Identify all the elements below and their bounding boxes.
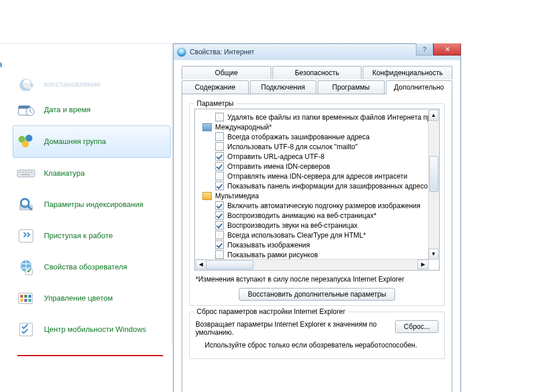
tree-option[interactable]: Всегда использовать ClearType для HTML* [196, 230, 429, 240]
checkbox[interactable] [215, 221, 224, 230]
dialog-title-text: Свойства: Интернет [190, 48, 255, 56]
mobility-icon [16, 320, 36, 339]
scrollbar-horizontal[interactable]: ◀ ▶ [196, 259, 429, 269]
tab-Дополнительно[interactable]: Дополнительно [386, 80, 453, 94]
annotation-underline [17, 355, 163, 356]
getting-started-icon [16, 226, 36, 246]
indexing-icon [16, 195, 36, 215]
checkbox[interactable] [215, 211, 224, 220]
svg-rect-22 [20, 295, 23, 298]
svg-rect-28 [20, 323, 32, 336]
checkbox[interactable] [215, 201, 224, 210]
tree-label: Всегда использовать ClearType для HTML* [227, 231, 366, 239]
scrollbar-vertical[interactable]: ▲ ▼ [428, 110, 438, 260]
homegroup-icon [16, 132, 36, 151]
reset-legend: Сброс параметров настройки Internet Expl… [194, 308, 348, 316]
checkbox[interactable] [215, 231, 224, 239]
sidebar-item-label: Параметры индексирования [44, 200, 143, 209]
tree-label: Удалять все файлы из папки временных фай… [227, 113, 429, 121]
checkbox[interactable] [215, 250, 224, 259]
tab-Программы[interactable]: Программы [318, 80, 385, 94]
reset-hint: Используйте сброс только если обозревате… [205, 341, 438, 349]
tree-option[interactable]: Отправить URL-адреса UTF-8 [196, 151, 429, 161]
tree-option[interactable]: Показывать изображения [196, 240, 429, 250]
sidebar-item-date-time[interactable]: Дата и время [16, 94, 167, 125]
checkbox[interactable] [215, 142, 224, 151]
restore-advanced-button[interactable]: Восстановить дополнительные параметры [239, 288, 394, 301]
scroll-down-button[interactable]: ▼ [429, 249, 438, 260]
checkbox[interactable] [215, 182, 224, 190]
tree-option[interactable]: Отправлять имена IDN-сервера для адресов… [196, 171, 429, 181]
sidebar-item-keyboard[interactable]: Клавиатура [16, 158, 167, 189]
sidebar-item-label: Клавиатура [44, 169, 84, 178]
help-button[interactable]: ? [416, 43, 433, 56]
svg-rect-27 [28, 299, 31, 302]
category-title: отера [0, 44, 172, 75]
svg-rect-12 [31, 172, 32, 173]
checkbox[interactable] [215, 172, 224, 180]
tree-option[interactable]: Удалять все файлы из папки временных фай… [196, 112, 429, 122]
settings-tree[interactable]: Удалять все файлы из папки временных фай… [194, 109, 440, 271]
tab-Конфиденциальность[interactable]: Конфиденциальность [363, 66, 452, 79]
svg-rect-9 [22, 172, 24, 173]
sidebar-item-color-mgmt[interactable]: Управление цветом [16, 283, 167, 314]
category-icon [202, 123, 212, 131]
svg-rect-13 [21, 174, 30, 175]
tree-option[interactable]: Использовать UTF-8 для ссылок "mailto" [196, 142, 429, 151]
svg-rect-24 [28, 295, 31, 298]
tab-Содержание[interactable]: Содержание [182, 80, 249, 94]
sidebar-item-label: Приступая к работе [44, 231, 113, 241]
restart-note: *Изменения вступают в силу после перезап… [196, 275, 438, 283]
tree-label: Международный* [215, 123, 272, 131]
checkbox[interactable] [215, 162, 224, 171]
scroll-thumb[interactable] [206, 260, 253, 269]
tree-label: Воспроизводить звуки на веб-страницах [227, 221, 357, 230]
sidebar-item-getting-started[interactable]: Приступая к работе [16, 220, 167, 252]
reset-group: Сброс параметров настройки Internet Expl… [189, 312, 445, 359]
tab-Безопасность[interactable]: Безопасность [272, 66, 362, 79]
scroll-left-button[interactable]: ◀ [196, 260, 207, 269]
tree-label: Отправлять имена IDN-сервера для адресов… [227, 172, 407, 180]
tree-label: Отправить имена IDN-серверов [227, 162, 330, 171]
svg-rect-21 [19, 293, 32, 304]
scroll-right-button[interactable]: ▶ [418, 260, 429, 269]
sidebar-item-mobility[interactable]: Центр мобильности Windows [16, 314, 167, 345]
color-mgmt-icon [16, 289, 36, 308]
svg-rect-16 [19, 230, 33, 242]
tree-label: Отправить URL-адреса UTF-8 [227, 153, 325, 161]
tree-option[interactable]: Показывать панель информации для зашифро… [196, 181, 429, 191]
sidebar-item-label: Дата и время [44, 105, 91, 114]
tree-option[interactable]: Всегда отображать зашифрованные адреса [196, 132, 429, 142]
tree-label: Показывать панель информации для зашифро… [227, 182, 429, 190]
tree-label: Включить автоматическую подгонку размеро… [227, 202, 421, 210]
checkbox[interactable] [215, 241, 224, 249]
internet-options-icon [16, 257, 36, 277]
tree-option[interactable]: Воспроизводить анимацию на веб-страницах… [196, 210, 429, 220]
tree-option[interactable]: Воспроизводить звуки на веб-страницах [196, 220, 429, 230]
tree-label: Всегда отображать зашифрованные адреса [227, 133, 370, 141]
checkbox[interactable] [215, 113, 224, 121]
sidebar-item-internet-options[interactable]: Свойства обозревателя [16, 252, 167, 283]
close-button[interactable]: ✕ [433, 43, 461, 56]
dialog-titlebar[interactable]: Свойства: Интернет ? ✕ [174, 44, 460, 61]
svg-rect-26 [24, 299, 27, 302]
sidebar-item-indexing[interactable]: Параметры индексирования [16, 189, 167, 220]
scroll-thumb[interactable] [429, 156, 438, 192]
tab-Общие[interactable]: Общие [182, 66, 271, 79]
tree-option[interactable]: Показывать рамки рисунков [196, 250, 429, 260]
tree-option[interactable]: Отправить имена IDN-серверов [196, 161, 429, 171]
control-panel-sidebar: отера восстановлениеДата и времяДомашняя… [0, 43, 172, 345]
scroll-up-button[interactable]: ▲ [429, 110, 438, 121]
tree-option[interactable]: Включить автоматическую подгонку размеро… [196, 201, 429, 210]
tree-category[interactable]: Международный* [196, 122, 429, 132]
tab-Подключения[interactable]: Подключения [250, 80, 317, 94]
checkbox[interactable] [215, 152, 224, 161]
reset-button[interactable]: Сброс... [395, 320, 438, 333]
sidebar-item-homegroup[interactable]: Домашняя группа [13, 125, 171, 158]
checkbox[interactable] [215, 132, 224, 141]
parameters-group: Параметры Удалять все файлы из папки вре… [189, 103, 445, 306]
svg-rect-10 [25, 172, 27, 173]
tree-category[interactable]: Мультимедиа [196, 191, 429, 201]
parameters-legend: Параметры [194, 99, 236, 108]
sidebar-item-restore[interactable]: восстановление [16, 75, 167, 94]
